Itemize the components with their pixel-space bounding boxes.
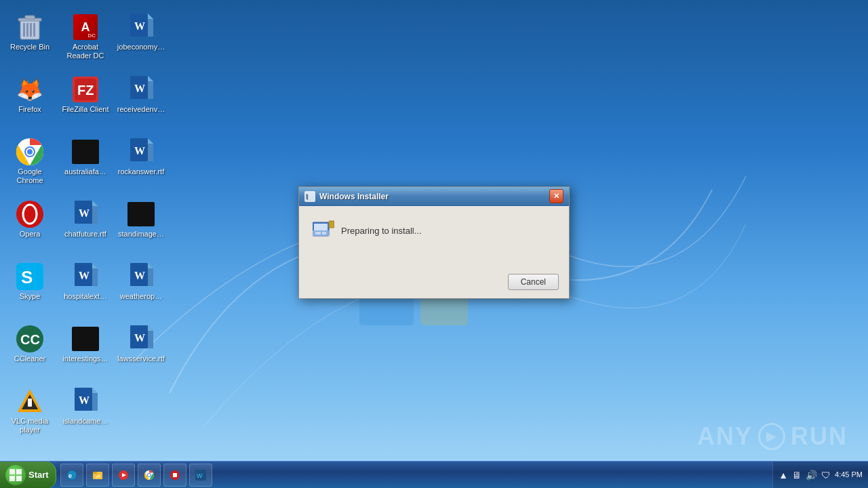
receivedenv-label: receivedenv…: [117, 105, 165, 114]
australiafa-icon: [72, 140, 99, 164]
lawsservice-label: lawsservice.rtf: [117, 354, 165, 363]
word-doc-icon3: W: [129, 138, 153, 165]
explorer-icon: 📁: [92, 470, 103, 481]
svg-text:I: I: [306, 193, 308, 201]
icon-google-chrome[interactable]: Google Chrome: [3, 135, 56, 196]
svg-marker-19: [148, 76, 153, 81]
skype-icon: S: [16, 263, 43, 290]
svg-rect-10: [25, 16, 35, 19]
word-doc-icon6: W: [129, 263, 153, 290]
icon-chatfuture[interactable]: W chatfuture.rtf: [59, 197, 112, 258]
svg-rect-63: [329, 221, 334, 228]
installer-progress-icon: [313, 220, 334, 241]
dialog-body: Preparing to install...: [299, 206, 569, 274]
ccleaner-label: CCleaner: [14, 354, 45, 363]
installer-dialog: I Windows Installer ✕ Prepa: [298, 186, 570, 299]
icon-acrobat[interactable]: A DC Acrobat Reader DC: [59, 10, 112, 71]
islandcame-label: islandcame…: [63, 417, 108, 426]
firefox-icon: 🦊: [16, 76, 43, 103]
taskbar-stop[interactable]: [163, 464, 186, 487]
standimage-label: standimage…: [118, 230, 164, 239]
icon-recycle-bin[interactable]: Recycle Bin: [3, 10, 56, 71]
taskbar-wireshark[interactable]: W: [189, 464, 212, 487]
svg-marker-13: [148, 14, 153, 19]
rockanswer-label: rockanswer.rtf: [118, 167, 164, 176]
tray-clock[interactable]: 4:45 PM: [835, 470, 863, 480]
svg-point-80: [148, 474, 151, 476]
icon-australiafa[interactable]: australiafa…: [59, 135, 112, 196]
tray-network-icon[interactable]: 🖥: [792, 470, 802, 481]
desktop-icons: Recycle Bin A DC Acrobat Reader DC W jo: [0, 7, 172, 449]
taskbar-explorer[interactable]: 📁: [86, 464, 109, 487]
icon-receivedenv[interactable]: W receivedenv…: [115, 73, 167, 134]
svg-marker-27: [148, 138, 153, 144]
icon-skype[interactable]: S Skype: [3, 260, 56, 321]
tray-show-hidden[interactable]: ▲: [778, 470, 788, 481]
svg-marker-39: [92, 263, 98, 268]
filezilla-label: FileZilla Client: [62, 105, 108, 114]
taskbar-wmp[interactable]: [112, 464, 135, 487]
icon-ccleaner[interactable]: CC CCleaner: [3, 322, 56, 383]
svg-point-24: [27, 149, 33, 155]
icon-weatherop[interactable]: W weatherop…: [115, 260, 167, 321]
wireshark-icon: W: [195, 470, 206, 481]
svg-rect-67: [9, 469, 15, 474]
tray-volume-icon[interactable]: 🔊: [806, 470, 817, 481]
svg-text:W: W: [197, 472, 203, 479]
word-doc-icon5: W: [73, 263, 98, 290]
word-doc-icon: W: [129, 14, 153, 41]
standimage-icon: [127, 202, 155, 226]
dialog-close-button[interactable]: ✕: [549, 189, 564, 203]
interestings-icon: [72, 327, 99, 351]
weatherop-label: weatherop…: [120, 292, 162, 301]
svg-rect-53: [28, 400, 32, 407]
dialog-titlebar: I Windows Installer ✕: [299, 187, 569, 206]
cancel-button[interactable]: Cancel: [508, 274, 559, 290]
acrobat-icon: A DC: [73, 14, 98, 40]
svg-text:CC: CC: [20, 332, 40, 347]
filezilla-icon: FZ: [73, 77, 98, 102]
svg-text:📁: 📁: [95, 473, 101, 479]
icon-rockanswer[interactable]: W rockanswer.rtf: [115, 135, 167, 196]
google-chrome-label: Google Chrome: [5, 167, 54, 185]
hospitalext-label: hospitalext…: [64, 292, 107, 301]
anyrun-text-run: RUN: [791, 422, 848, 451]
tray-safety-icon[interactable]: 🛡: [821, 470, 831, 481]
svg-text:W: W: [79, 207, 90, 219]
svg-rect-82: [173, 473, 177, 477]
australiafa-label: australiafa…: [64, 167, 106, 176]
wmp-icon: [118, 470, 129, 481]
dialog-title: I Windows Installer: [304, 191, 389, 202]
firefox-label: Firefox: [18, 105, 41, 114]
svg-rect-69: [9, 475, 15, 481]
taskbar-middle: e 📁: [56, 462, 773, 488]
icon-lawsservice[interactable]: W lawsservice.rtf: [115, 322, 167, 383]
desktop: Recycle Bin A DC Acrobat Reader DC W jo: [0, 0, 868, 488]
svg-text:e: e: [68, 472, 72, 479]
icon-firefox[interactable]: 🦊 Firefox: [3, 73, 56, 134]
svg-text:W: W: [79, 394, 90, 406]
anyrun-text-any: ANY: [697, 422, 753, 451]
icon-islandcame[interactable]: W islandcame…: [59, 384, 112, 445]
icon-opera[interactable]: Opera: [3, 197, 56, 258]
svg-rect-65: [315, 232, 321, 235]
start-orb: [5, 465, 26, 485]
svg-text:W: W: [79, 270, 90, 281]
icon-vlc[interactable]: VLC media player: [3, 384, 56, 445]
recycle-bin-icon: [18, 14, 42, 41]
icon-filezilla[interactable]: FZ FileZilla Client: [59, 73, 112, 134]
icon-hospitalext[interactable]: W hospitalext…: [59, 260, 112, 321]
icon-jobeconomy[interactable]: W jobeconomy…: [115, 10, 167, 71]
svg-rect-66: [322, 232, 326, 235]
anyrun-play-icon: ▶: [758, 423, 785, 450]
svg-rect-7: [30, 23, 32, 37]
svg-rect-70: [16, 475, 22, 481]
chatfuture-label: chatfuture.rtf: [64, 230, 106, 239]
start-button[interactable]: Start: [0, 462, 56, 489]
chrome-icon: [16, 138, 43, 165]
icon-interestings[interactable]: interestings…: [59, 322, 112, 383]
taskbar-ie[interactable]: e: [60, 464, 83, 487]
taskbar-chrome[interactable]: [138, 464, 161, 487]
opera-icon: [16, 201, 43, 228]
icon-standimage[interactable]: standimage…: [115, 197, 167, 258]
